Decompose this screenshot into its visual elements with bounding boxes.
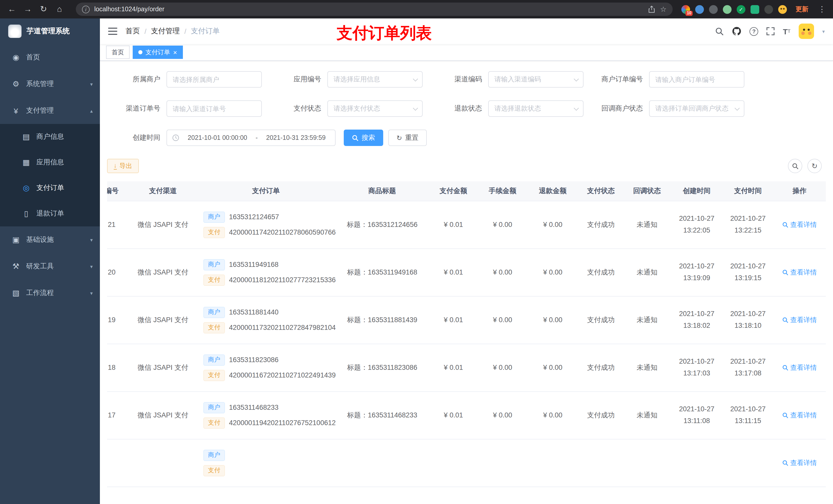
sidebar-item-payment[interactable]: ¥ 支付管理 ▴	[0, 97, 100, 124]
fee-amount-cell: ¥ 0.00	[478, 201, 527, 248]
user-avatar[interactable]	[799, 24, 814, 39]
fee-amount-cell	[478, 439, 527, 486]
column-header: 操作	[773, 181, 826, 201]
action-cell: 查看详情	[773, 391, 826, 439]
channel-order-no-input[interactable]	[166, 100, 262, 117]
notify-status-cell: 未通知	[623, 391, 671, 439]
refresh-button[interactable]: ↻	[807, 159, 822, 173]
view-detail-link[interactable]: 查看详情	[782, 410, 817, 420]
extension-icon[interactable]	[751, 5, 759, 14]
sidebar-item-devtools[interactable]: ⚒ 研发工具 ▾	[0, 253, 100, 280]
forward-icon[interactable]: →	[22, 5, 33, 13]
home-icon[interactable]: ⌂	[54, 5, 65, 13]
sidebar-menu: ◉ 首页 ⚙ 系统管理 ▾ ¥ 支付管理 ▴ ▤ 商户信息	[0, 44, 100, 306]
browser-menu-icon[interactable]: ⋮	[817, 5, 827, 14]
notify-status-select[interactable]: 请选择订单回调商户状态	[649, 100, 744, 117]
app-id-select[interactable]: 请选择应用信息	[327, 71, 423, 88]
extension-icon[interactable]	[723, 5, 732, 14]
fullscreen-icon[interactable]	[767, 27, 775, 35]
date-range-picker[interactable]: 2021-10-01 00:00:00 - 2021-10-31 23:59:5…	[166, 129, 336, 146]
toggle-search-button[interactable]	[788, 159, 802, 173]
extension-icon[interactable]	[764, 5, 773, 14]
sidebar-item-merchant-info[interactable]: ▤ 商户信息	[0, 124, 100, 149]
filter-merchant: 所属商户	[117, 71, 262, 88]
filter-refund-status: 退款状态 请选择退款状态	[439, 100, 584, 117]
pay-order-cell: 商户 1635311468233 支付 42000011942021102767…	[196, 391, 336, 439]
sidebar-item-system[interactable]: ⚙ 系统管理 ▾	[0, 71, 100, 97]
extension-icon[interactable]: ✓	[737, 5, 745, 14]
sidebar-item-refund-order[interactable]: ▯ 退款订单	[0, 201, 100, 226]
search-button[interactable]: 搜索	[344, 129, 383, 146]
refund-amount-cell: ¥ 0.00	[527, 344, 578, 391]
filter-notify-status: 回调商户状态 请选择订单回调商户状态	[600, 100, 744, 117]
view-detail-link[interactable]: 查看详情	[782, 363, 817, 372]
github-icon[interactable]	[732, 27, 742, 36]
reload-icon[interactable]: ↻	[38, 5, 49, 13]
chevron-down-icon	[735, 105, 740, 111]
filter-create-time: 创建时间 2021-10-01 00:00:00 - 2021-10-31 23…	[117, 129, 336, 146]
info-icon[interactable]: i	[82, 5, 90, 13]
merchant-order-no-input[interactable]	[649, 71, 744, 88]
search-icon	[782, 221, 788, 228]
column-header: 退款金额	[527, 181, 578, 201]
search-icon	[792, 163, 799, 169]
app-logo-row[interactable]: 芋道管理系统	[0, 19, 100, 44]
filter-row-2: 渠道订单号 支付状态 请选择支付状态 退款状态 请选择退款状态	[107, 100, 826, 117]
field-label: 商户订单编号	[600, 75, 649, 84]
extension-icon[interactable]	[709, 5, 718, 14]
tab-pay-order[interactable]: 支付订单 ×	[133, 46, 183, 59]
merchant-select-input[interactable]	[166, 71, 262, 88]
extension-icon[interactable]	[695, 5, 704, 14]
view-detail-link[interactable]: 查看详情	[782, 268, 817, 277]
url-text: localhost:1024/pay/order	[94, 6, 644, 13]
profile-avatar-icon[interactable]	[778, 5, 787, 14]
chevron-down-icon	[413, 105, 418, 111]
view-detail-link[interactable]: 查看详情	[782, 220, 817, 229]
export-button[interactable]: ↓ 导出	[107, 159, 139, 173]
back-icon[interactable]: ←	[6, 5, 18, 13]
pay-amount-cell: ¥ 0.01	[429, 296, 478, 344]
share-icon[interactable]	[648, 6, 656, 13]
table-toolbar: ↓ 导出 ↻	[107, 159, 826, 173]
product-title-cell: 标题：1635311823086	[336, 344, 429, 391]
pay-status-cell: 支付成功	[578, 248, 623, 296]
tab-home[interactable]: 首页	[106, 46, 129, 59]
hamburger-icon[interactable]	[108, 27, 117, 35]
breadcrumb-payment[interactable]: 支付管理	[151, 27, 180, 36]
product-title-cell: 标题：1635311881439	[336, 296, 429, 344]
url-bar[interactable]: i localhost:1024/pay/order ☆	[76, 3, 673, 16]
search-icon	[782, 269, 788, 275]
close-tab-icon[interactable]: ×	[173, 49, 177, 55]
sidebar-item-workflow[interactable]: ▧ 工作流程 ▾	[0, 280, 100, 306]
channel-code-select[interactable]: 请输入渠道编码	[488, 71, 584, 88]
user-menu-caret-icon[interactable]: ▾	[822, 28, 825, 34]
view-detail-link[interactable]: 查看详情	[782, 458, 817, 467]
reset-button[interactable]: ↻ 重置	[388, 129, 427, 146]
merchant-order-no: 1635312124657	[229, 213, 279, 221]
pay-status-cell: 支付成功	[578, 296, 623, 344]
table-header-row: 编号 支付渠道 支付订单 商品标题 支付金额 手续金额 退款金额 支付状态 回调…	[107, 181, 826, 201]
extension-icon[interactable]: 10	[681, 5, 690, 14]
pay-amount-cell: ¥ 0.01	[429, 201, 478, 248]
sidebar-item-home[interactable]: ◉ 首页	[0, 44, 100, 71]
fee-amount-cell: ¥ 0.00	[478, 296, 527, 344]
filter-merchant-order-no: 商户订单编号	[600, 71, 744, 88]
breadcrumb-home[interactable]: 首页	[125, 27, 140, 36]
sidebar-item-app-info[interactable]: ▦ 应用信息	[0, 149, 100, 175]
bookmark-star-icon[interactable]: ☆	[660, 5, 667, 13]
refund-status-select[interactable]: 请选择退款状态	[488, 100, 584, 117]
order-id-cell: 20	[107, 248, 129, 296]
sidebar-item-infra[interactable]: ▣ 基础设施 ▾	[0, 226, 100, 253]
pay-status-select[interactable]: 请选择支付状态	[327, 100, 423, 117]
text-size-icon[interactable]: TT	[783, 27, 790, 35]
search-icon[interactable]	[715, 27, 724, 35]
tool-icon: ⚒	[10, 262, 22, 271]
pay-amount-cell: ¥ 0.01	[429, 391, 478, 439]
pay-channel-cell: 微信 JSAPI 支付	[129, 391, 196, 439]
help-icon[interactable]: ?	[750, 27, 759, 35]
browser-update-button[interactable]: 更新	[791, 3, 812, 15]
sidebar-item-pay-order[interactable]: ◎ 支付订单	[0, 175, 100, 201]
field-label: 所属商户	[117, 75, 166, 84]
view-detail-link[interactable]: 查看详情	[782, 315, 817, 325]
table-tools: ↻	[788, 159, 822, 173]
